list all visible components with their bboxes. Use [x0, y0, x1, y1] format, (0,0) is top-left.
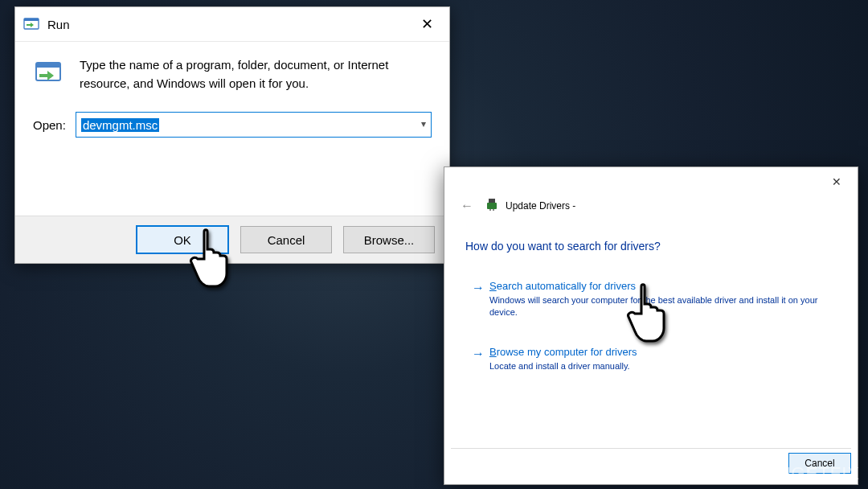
chevron-down-icon: ▾: [421, 118, 426, 129]
run-open-value: devmgmt.msc: [81, 118, 159, 132]
run-body: Type the name of a program, folder, docu…: [15, 42, 449, 92]
update-drivers-dialog: ✕ ← Update Drivers - How do you want to …: [444, 166, 858, 485]
run-button-bar: OK Cancel Browse...: [15, 216, 449, 263]
svg-rect-5: [487, 203, 497, 209]
close-icon: ✕: [832, 175, 841, 188]
run-titlebar: Run ✕: [15, 7, 449, 42]
update-titlebar: ← Update Drivers -: [456, 198, 575, 213]
option-search-automatically[interactable]: → Search automatically for drivers Windo…: [473, 280, 827, 318]
run-title-text: Run: [47, 18, 70, 31]
cancel-button[interactable]: Cancel: [240, 226, 332, 253]
browse-button[interactable]: Browse...: [343, 226, 435, 253]
svg-rect-7: [493, 209, 494, 211]
svg-rect-4: [489, 199, 495, 203]
arrow-right-icon: →: [472, 281, 485, 295]
run-close-button[interactable]: ✕: [411, 12, 443, 36]
update-close-button[interactable]: ✕: [821, 171, 853, 193]
option-browse-computer[interactable]: → Browse my computer for drivers Locate …: [473, 346, 827, 372]
run-titlebar-icon: [23, 16, 39, 32]
back-arrow-icon[interactable]: ←: [456, 199, 478, 213]
option-desc: Windows will search your computer for th…: [473, 294, 827, 318]
ugetfix-watermark: UGETFIX: [778, 463, 860, 484]
ok-button-label: OK: [174, 233, 191, 247]
option-title: Browse my computer for drivers: [473, 346, 827, 358]
svg-rect-1: [24, 18, 39, 21]
option-title: Search automatically for drivers: [473, 280, 827, 292]
close-icon: ✕: [421, 15, 433, 33]
update-title-text: Update Drivers -: [506, 200, 575, 212]
device-icon: [486, 198, 497, 213]
run-body-icon: [33, 56, 65, 92]
run-open-row: Open: devmgmt.msc ▾: [15, 92, 449, 138]
option-desc: Locate and install a driver manually.: [473, 360, 827, 372]
run-description: Type the name of a program, folder, docu…: [80, 56, 432, 92]
svg-rect-3: [36, 63, 60, 68]
arrow-right-icon: →: [472, 347, 485, 361]
svg-rect-6: [489, 209, 491, 211]
browse-button-label: Browse...: [364, 233, 415, 247]
cancel-button-label: Cancel: [268, 233, 305, 247]
run-dialog: Run ✕ Type the name of a program, folder…: [14, 6, 450, 264]
update-heading: How do you want to search for drivers?: [465, 240, 661, 253]
ok-button[interactable]: OK: [136, 225, 229, 254]
run-open-combobox[interactable]: devmgmt.msc ▾: [76, 112, 432, 138]
run-open-label: Open:: [33, 118, 66, 132]
